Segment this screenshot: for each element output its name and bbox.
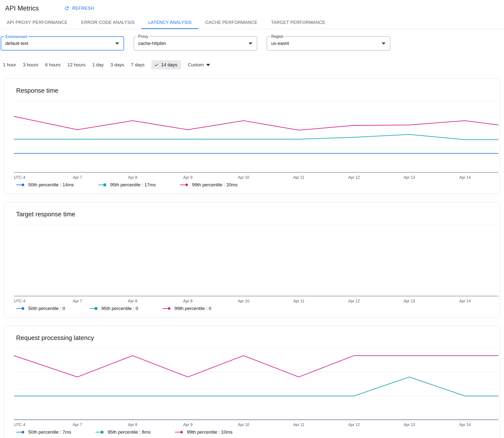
legend-item-p50[interactable]: 50th percentile : 14ms bbox=[16, 182, 74, 187]
time-range-12-hours[interactable]: 12 hours bbox=[67, 62, 86, 67]
response-time-chart: UTC-4Apr 7Apr 8Apr 9Apr 10Apr 11Apr 12Ap… bbox=[4, 99, 500, 181]
svg-text:Apr 14: Apr 14 bbox=[459, 299, 471, 303]
target-response-time-legend: 50th percentile : 0 95th percentile : 0 … bbox=[16, 306, 500, 316]
svg-text:Apr 8: Apr 8 bbox=[128, 299, 137, 303]
tab-error-code-analysis[interactable]: ERROR CODE ANALYSIS bbox=[74, 16, 141, 29]
svg-text:Apr 14: Apr 14 bbox=[459, 175, 471, 179]
environment-value: default-test bbox=[1, 41, 28, 46]
svg-text:Apr 10: Apr 10 bbox=[238, 175, 249, 179]
refresh-label: REFRESH bbox=[72, 6, 94, 11]
p50-line-circle-icon bbox=[16, 307, 25, 310]
svg-text:Apr 13: Apr 13 bbox=[404, 299, 415, 303]
tab-latency-analysis[interactable]: LATENCY ANALYSIS bbox=[141, 16, 198, 29]
chart-title-target-response-time: Target response time bbox=[4, 202, 500, 218]
svg-text:Apr 7: Apr 7 bbox=[73, 423, 82, 427]
request-processing-latency-chart: UTC-4Apr 7Apr 8Apr 9Apr 10Apr 11Apr 12Ap… bbox=[4, 347, 500, 428]
request-processing-latency-card: Request processing latency UTC-4Apr 7Apr… bbox=[4, 326, 500, 438]
p95-line-square-icon bbox=[98, 183, 107, 187]
svg-text:Apr 14: Apr 14 bbox=[459, 423, 471, 427]
svg-text:Apr 11: Apr 11 bbox=[293, 423, 304, 427]
legend-item-p99[interactable]: 99th percentile : 0 bbox=[162, 306, 211, 311]
svg-text:Apr 9: Apr 9 bbox=[183, 299, 193, 303]
p95-line-square-icon bbox=[89, 307, 98, 310]
legend-item-p99[interactable]: 99th percentile : 20ms bbox=[180, 182, 238, 187]
legend-item-p50[interactable]: 50th percentile : 0 bbox=[16, 306, 65, 311]
svg-text:Apr 12: Apr 12 bbox=[348, 175, 360, 179]
time-range-14-days-selected[interactable]: 14 days bbox=[151, 60, 181, 69]
p99-line-diamond-icon bbox=[175, 430, 184, 434]
chart-title-request-processing-latency: Request processing latency bbox=[4, 326, 500, 342]
svg-text:Apr 10: Apr 10 bbox=[238, 299, 249, 303]
time-range-custom[interactable]: Custom bbox=[188, 62, 210, 67]
svg-text:Apr 9: Apr 9 bbox=[183, 423, 193, 427]
legend-item-p95[interactable]: 95th percentile : 8ms bbox=[96, 429, 150, 435]
time-range-1-day[interactable]: 1 day bbox=[92, 62, 104, 67]
svg-text:Apr 9: Apr 9 bbox=[183, 175, 193, 179]
custom-label: Custom bbox=[188, 62, 204, 67]
p99-line-diamond-icon bbox=[180, 183, 189, 187]
svg-text:UTC-4: UTC-4 bbox=[14, 175, 25, 179]
request-processing-latency-legend: 50th percentile : 7ms 95th percentile : … bbox=[16, 429, 500, 438]
page-title: API Metrics bbox=[5, 5, 39, 12]
chevron-down-icon bbox=[206, 64, 210, 66]
proxy-value: cache-httpbin bbox=[134, 41, 166, 46]
time-range-bar: 1 hour 3 hours 6 hours 12 hours 1 day 3 … bbox=[3, 60, 504, 69]
region-select[interactable]: Region us-east4 bbox=[267, 36, 390, 51]
target-response-time-chart: UTC-4Apr 7Apr 8Apr 9Apr 10Apr 11Apr 12Ap… bbox=[4, 223, 500, 304]
legend-item-p95[interactable]: 95th percentile : 0 bbox=[89, 306, 138, 311]
time-range-1-hour[interactable]: 1 hour bbox=[3, 62, 16, 67]
svg-text:Apr 12: Apr 12 bbox=[348, 423, 360, 427]
svg-text:Apr 10: Apr 10 bbox=[238, 423, 249, 427]
svg-text:Apr 7: Apr 7 bbox=[73, 299, 82, 303]
proxy-select[interactable]: Proxy cache-httpbin bbox=[134, 36, 257, 51]
legend-item-p50[interactable]: 50th percentile : 7ms bbox=[16, 429, 71, 435]
refresh-button[interactable]: REFRESH bbox=[64, 6, 94, 11]
tab-api-proxy-performance[interactable]: API PROXY PERFORMANCE bbox=[0, 16, 74, 29]
p50-line-circle-icon bbox=[16, 430, 25, 434]
legend-item-p95[interactable]: 95th percentile : 17ms bbox=[98, 182, 156, 187]
response-time-card: Response time UTC-4Apr 7Apr 8Apr 9Apr 10… bbox=[4, 78, 500, 194]
refresh-icon bbox=[64, 6, 69, 11]
svg-text:Apr 12: Apr 12 bbox=[348, 299, 360, 303]
legend-item-p99[interactable]: 99th percentile : 10ms bbox=[175, 429, 233, 435]
svg-text:Apr 8: Apr 8 bbox=[128, 175, 137, 179]
time-range-14-days-label: 14 days bbox=[161, 62, 177, 67]
p50-line-circle-icon bbox=[16, 183, 25, 187]
svg-text:Apr 13: Apr 13 bbox=[404, 423, 415, 427]
time-range-3-days[interactable]: 3 days bbox=[110, 62, 124, 67]
svg-text:UTC-4: UTC-4 bbox=[14, 423, 25, 427]
environment-select[interactable]: Environment default-test bbox=[1, 36, 124, 51]
dropdown-arrow-icon bbox=[249, 43, 252, 45]
svg-text:Apr 13: Apr 13 bbox=[404, 175, 415, 179]
svg-text:Apr 11: Apr 11 bbox=[293, 299, 304, 303]
svg-text:UTC-4: UTC-4 bbox=[14, 299, 25, 303]
target-response-time-card: Target response time UTC-4Apr 7Apr 8Apr … bbox=[4, 202, 500, 318]
tab-bar: API PROXY PERFORMANCE ERROR CODE ANALYSI… bbox=[0, 16, 504, 29]
time-range-7-days[interactable]: 7 days bbox=[131, 62, 145, 67]
region-value: us-east4 bbox=[267, 41, 289, 46]
tab-target-performance[interactable]: TARGET PERFORMANCE bbox=[264, 16, 332, 29]
time-range-3-hours[interactable]: 3 hours bbox=[23, 62, 38, 67]
p95-line-square-icon bbox=[96, 430, 104, 434]
svg-text:Apr 8: Apr 8 bbox=[128, 423, 137, 427]
response-time-legend: 50th percentile : 14ms 95th percentile :… bbox=[16, 182, 500, 192]
dropdown-arrow-icon bbox=[115, 43, 119, 45]
time-range-6-hours[interactable]: 6 hours bbox=[45, 62, 60, 67]
dropdown-arrow-icon bbox=[382, 43, 386, 45]
chart-title-response-time: Response time bbox=[4, 78, 500, 94]
svg-text:Apr 7: Apr 7 bbox=[73, 175, 82, 179]
tab-cache-performance[interactable]: CACHE PERFORMANCE bbox=[198, 16, 264, 29]
page-header: API Metrics REFRESH bbox=[0, 0, 504, 13]
proxy-label: Proxy bbox=[137, 34, 150, 39]
region-label: Region bbox=[270, 34, 285, 39]
p99-line-diamond-icon bbox=[162, 307, 171, 310]
svg-text:Apr 11: Apr 11 bbox=[293, 175, 304, 179]
check-icon bbox=[154, 62, 159, 67]
environment-label: Environment bbox=[4, 35, 29, 39]
filter-bar: Environment default-test Proxy cache-htt… bbox=[1, 36, 504, 51]
